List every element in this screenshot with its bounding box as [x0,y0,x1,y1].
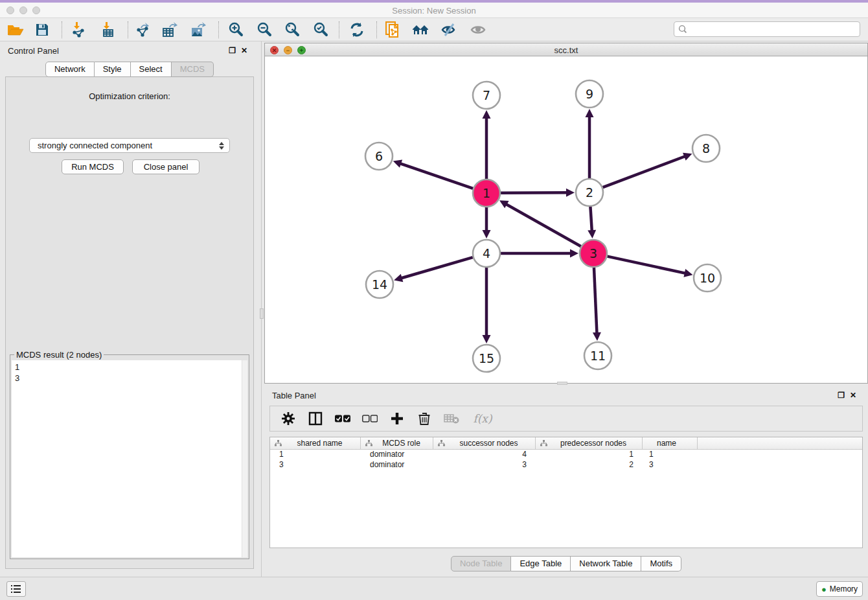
save-session-button[interactable] [30,20,54,40]
table-cell[interactable]: 1 [270,450,361,460]
table-cell[interactable]: 3 [643,460,698,470]
graph-edge-2-3[interactable] [590,207,591,231]
optimization-criterion-select[interactable]: strongly connected component [29,138,230,153]
graph-node-label: 3 [589,246,597,260]
export-image-button[interactable] [187,20,211,40]
show-graphics-details-button[interactable] [466,20,490,40]
graph-edge-2-8[interactable] [603,156,686,187]
function-builder-button[interactable]: f(x) [470,410,496,428]
trash-icon [418,412,430,425]
select-all-button[interactable] [334,410,352,428]
tab-style[interactable]: Style [95,62,131,77]
zoom-out-button[interactable] [253,20,276,40]
table-cell[interactable]: 1 [643,450,698,460]
table-panel-float-icon[interactable]: ❐ [838,391,850,400]
search-input[interactable] [690,25,860,34]
control-panel-close-icon[interactable]: ✕ [241,46,253,55]
search-field[interactable] [674,21,860,37]
open-session-button[interactable] [4,20,27,40]
column-panel-button[interactable] [306,410,325,428]
graph-edge-3-1[interactable] [506,204,581,247]
hide-graphics-details-button[interactable] [437,20,461,40]
column-header-predecessor-nodes[interactable]: predecessor nodes [536,437,643,449]
status-bar: ● Memory [0,577,868,600]
zoom-in-icon [228,22,244,38]
refresh-layout-button[interactable] [345,20,369,40]
delete-table-icon [444,413,459,424]
graph-edge-1-6[interactable] [400,163,473,189]
graph-edge-4-14[interactable] [401,257,473,278]
graph-edge-3-10[interactable] [608,257,686,273]
clone-network-button[interactable] [382,20,405,40]
graph-node-label: 10 [700,271,715,285]
tab-motifs[interactable]: Motifs [641,556,681,571]
column-header-shared-name[interactable]: shared name [270,437,361,449]
column-header-name[interactable]: name [643,437,698,449]
create-column-button[interactable] [388,410,406,428]
edge-arrowhead [393,160,402,168]
splitter-grip[interactable] [260,308,264,319]
column-header-successor-nodes[interactable]: successor nodes [433,437,536,449]
zoom-fit-button[interactable] [280,20,304,40]
tab-network[interactable]: Network [45,62,95,77]
tab-network-table[interactable]: Network Table [571,556,641,571]
tab-mcds[interactable]: MCDS [172,62,214,77]
table-cell[interactable]: 1 [536,450,643,460]
main-toolbar [0,18,868,41]
memory-button[interactable]: ● Memory [816,581,863,597]
column-header-mcds-role[interactable]: MCDS role [361,437,433,449]
edge-arrowhead [483,110,491,119]
import-network-button[interactable] [67,20,90,40]
delete-column-button[interactable] [415,410,433,428]
task-list-icon [11,584,21,594]
table-cell[interactable]: dominator [361,460,433,470]
mcds-result-text[interactable]: 1 3 [12,360,247,557]
graph-node-label: 6 [375,149,383,163]
houses-icon [412,23,430,37]
zoom-selected-button[interactable] [309,20,332,40]
tab-edge-table[interactable]: Edge Table [511,556,571,571]
tree-icon [540,440,547,446]
table-cell[interactable]: dominator [361,450,433,460]
table-cell[interactable]: 3 [433,460,536,470]
network-window-titlebar[interactable]: ✕ − + scc.txt [265,43,867,56]
control-panel: Control Panel ❐✕ Network Style Select MC… [0,41,259,577]
delete-table-button[interactable] [442,410,461,428]
split-panel-icon [308,411,323,426]
graph-node-label: 9 [586,87,593,101]
show-all-networks-button[interactable] [409,20,433,40]
tab-select[interactable]: Select [131,62,172,77]
export-table-button[interactable] [159,20,182,40]
table-row[interactable]: 1dominator411 [270,450,862,460]
export-network-button[interactable] [131,20,155,40]
fx-icon: f(x) [473,412,492,425]
graph-edge-1-2[interactable] [501,192,567,193]
table-cell[interactable]: 4 [433,450,536,460]
tab-node-table[interactable]: Node Table [451,556,512,571]
checked-boxes-icon [335,415,350,422]
zoom-fit-icon [284,22,300,38]
table-settings-button[interactable] [279,410,297,428]
close-panel-button[interactable]: Close panel [132,159,200,174]
table-panel-close-icon[interactable]: ✕ [850,391,862,400]
deselect-all-button[interactable] [361,410,379,428]
table-row[interactable]: 3dominator323 [270,460,862,470]
zoom-in-button[interactable] [224,20,247,40]
table-cell[interactable]: 2 [536,460,643,470]
result-scrollbar[interactable] [242,360,247,557]
import-table-button[interactable] [97,20,120,40]
export-table-icon [162,22,179,38]
graph-edge-3-11[interactable] [594,268,597,334]
toolbar-separator [339,21,339,38]
table-body[interactable]: 1dominator4113dominator323 [270,450,862,470]
run-mcds-button[interactable]: Run MCDS [62,159,124,174]
vertical-splitter[interactable] [259,41,264,577]
task-history-button[interactable] [6,581,26,597]
control-panel-float-icon[interactable]: ❐ [229,46,241,55]
horizontal-splitter-grip[interactable] [557,382,567,385]
table-cell[interactable]: 3 [270,460,361,470]
edge-arrowhead [394,274,403,282]
edge-arrowhead [593,332,601,341]
graph-node-label: 11 [590,349,606,363]
network-canvas[interactable]: 7968124314101511 [265,56,867,383]
